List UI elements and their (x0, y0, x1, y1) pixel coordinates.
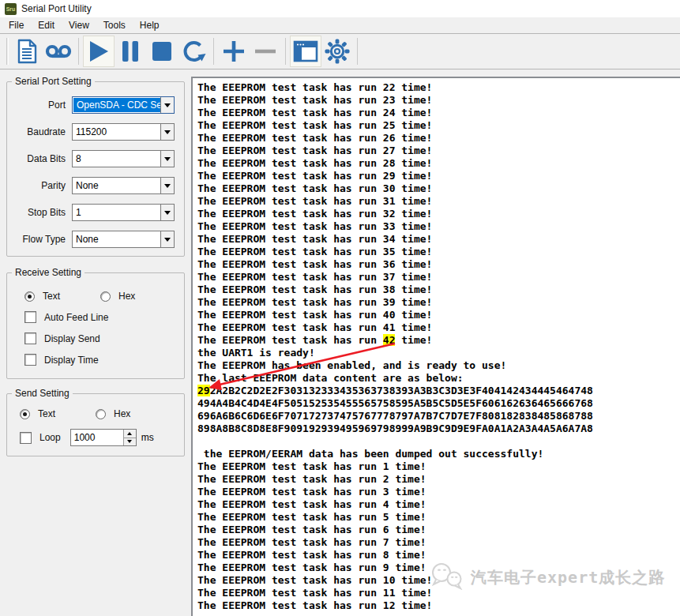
remove-icon (252, 38, 279, 65)
receive-text-radio[interactable] (24, 291, 35, 302)
remove-button[interactable] (250, 36, 281, 67)
stop-bits-label: Stop Bits (13, 207, 66, 218)
menu-view[interactable]: View (62, 18, 96, 32)
display-time-row: Display Time (24, 354, 178, 366)
terminal-line: The EEEPROM test task has run 5 time! (197, 511, 680, 524)
terminal-line: The EEEPROM test task has run 39 time! (197, 296, 680, 309)
layout-icon (292, 39, 319, 63)
terminal-line: The EEEPROM test task has run 29 time! (197, 170, 680, 182)
chevron-down-icon[interactable] (160, 178, 174, 193)
add-button[interactable] (218, 36, 250, 67)
receive-setting-title: Receive Setting (12, 267, 85, 278)
terminal-line: the EEPROM/EERAM data has been dumped ou… (197, 448, 680, 460)
chevron-down-icon[interactable] (160, 97, 174, 113)
terminal-line: The EEEPROM test task has run 22 time! (197, 81, 680, 94)
pause-icon (120, 39, 141, 63)
flow-type-row: Flow Type None (13, 231, 178, 248)
toolbar-separator (78, 38, 79, 65)
menu-tools[interactable]: Tools (96, 18, 133, 32)
chevron-down-icon[interactable] (160, 151, 174, 167)
terminal-line: 696A6B6C6D6E6F707172737475767778797A7B7C… (197, 410, 680, 423)
stop-button[interactable] (146, 36, 178, 67)
loop-checkbox[interactable] (20, 432, 32, 444)
watermark-text: 汽车电子expert成长之路 (471, 571, 665, 584)
watermark: 汽车电子expert成长之路 (430, 562, 665, 593)
serial-port-setting-group: Serial Port Setting Port OpenSDA - CDC S… (6, 81, 185, 257)
spin-down-icon[interactable] (124, 438, 136, 446)
highlighted-text: 29 (197, 385, 210, 396)
toolbar-separator (213, 38, 214, 65)
parity-label: Parity (13, 180, 66, 191)
terminal-line: The EEEPROM test task has run 38 time! (197, 284, 680, 296)
terminal-line: The EEEPROM test task has run 24 time! (197, 107, 680, 119)
display-send-label: Display Send (44, 333, 100, 344)
chevron-down-icon[interactable] (160, 205, 174, 220)
terminal-line: The EEEPROM test task has run 12 time! (197, 599, 680, 612)
terminal-line: The EEEPROM has been enabled, and is rea… (197, 359, 680, 372)
baudrate-select[interactable]: 115200 (72, 123, 175, 141)
spin-up-icon[interactable] (124, 430, 136, 438)
settings-icon (324, 38, 351, 65)
add-icon (220, 38, 247, 65)
record-button[interactable] (43, 36, 74, 67)
play-button[interactable] (83, 36, 115, 67)
menu-help[interactable]: Help (133, 18, 167, 32)
data-bits-select[interactable]: 8 (72, 150, 175, 167)
terminal-line: The EEEPROM test task has run 7 time! (197, 536, 680, 549)
new-file-button[interactable] (11, 36, 43, 67)
display-time-label: Display Time (44, 355, 99, 366)
data-bits-row: Data Bits 8 (13, 150, 178, 167)
baudrate-row: Baudrate 115200 (13, 123, 178, 141)
port-select[interactable]: OpenSDA - CDC Serial (72, 96, 175, 114)
auto-feed-line-row: Auto Feed Line (24, 311, 178, 323)
terminal-line: The last EEEPROM data content are as bel… (197, 372, 680, 385)
receive-hex-radio[interactable] (100, 291, 111, 302)
flow-type-select[interactable]: None (72, 231, 175, 248)
send-hex-radio[interactable] (96, 409, 106, 419)
send-setting-group: Send Setting Text Hex Loop (6, 393, 185, 456)
parity-select[interactable]: None (72, 177, 175, 194)
new-file-icon (15, 39, 39, 64)
settings-button[interactable] (321, 36, 353, 67)
display-send-checkbox[interactable] (24, 332, 36, 344)
settings-panel: Serial Port Setting Port OpenSDA - CDC S… (0, 69, 191, 616)
send-setting-title: Send Setting (12, 388, 73, 399)
menu-edit[interactable]: Edit (31, 18, 62, 32)
terminal-panel[interactable]: The EEEPROM test task has run 22 time!Th… (191, 77, 680, 616)
terminal-line: The EEEPROM test task has run 41 time! (197, 321, 680, 334)
receive-hex-label: Hex (118, 291, 135, 302)
toolbar-separator (357, 38, 358, 65)
terminal-line: The EEEPROM test task has run 31 time! (197, 195, 680, 208)
refresh-button[interactable] (178, 36, 209, 67)
terminal-line: The EEEPROM test task has run 36 time! (197, 258, 680, 271)
baudrate-label: Baudrate (13, 126, 66, 137)
interval-spinner (70, 429, 137, 446)
chevron-down-icon[interactable] (160, 124, 174, 140)
display-send-row: Display Send (24, 332, 178, 344)
send-hex-label: Hex (114, 408, 130, 419)
parity-row: Parity None (13, 177, 178, 194)
interval-input[interactable] (71, 430, 123, 445)
terminal-line: The EEEPROM test task has run 30 time! (197, 182, 680, 195)
auto-feed-line-checkbox[interactable] (24, 311, 36, 323)
loop-row: Loop ms (20, 429, 178, 446)
terminal-line: 292A2B2C2D2E2F303132333435363738393A3B3C… (197, 385, 680, 397)
wechat-icon (430, 562, 464, 593)
chevron-down-icon[interactable] (160, 231, 174, 247)
data-bits-label: Data Bits (13, 153, 66, 164)
terminal-line: The EEEPROM test task has run 33 time! (197, 220, 680, 233)
terminal-line: the UART1 is ready! (197, 347, 680, 359)
layout-button[interactable] (290, 36, 321, 67)
window-title: Serial Port Utility (21, 3, 92, 14)
receive-text-label: Text (43, 291, 60, 302)
main-content: Serial Port Setting Port OpenSDA - CDC S… (0, 69, 680, 616)
terminal-line: The EEEPROM test task has run 6 time! (197, 524, 680, 536)
play-icon (87, 39, 111, 64)
terminal-line: The EEEPROM test task has run 1 time! (197, 460, 680, 473)
pause-button[interactable] (115, 36, 146, 67)
send-text-radio[interactable] (20, 409, 30, 419)
menu-file[interactable]: File (2, 18, 31, 32)
display-time-checkbox[interactable] (24, 354, 36, 366)
stop-bits-select[interactable]: 1 (72, 204, 175, 221)
terminal-line: The EEEPROM test task has run 37 time! (197, 271, 680, 284)
